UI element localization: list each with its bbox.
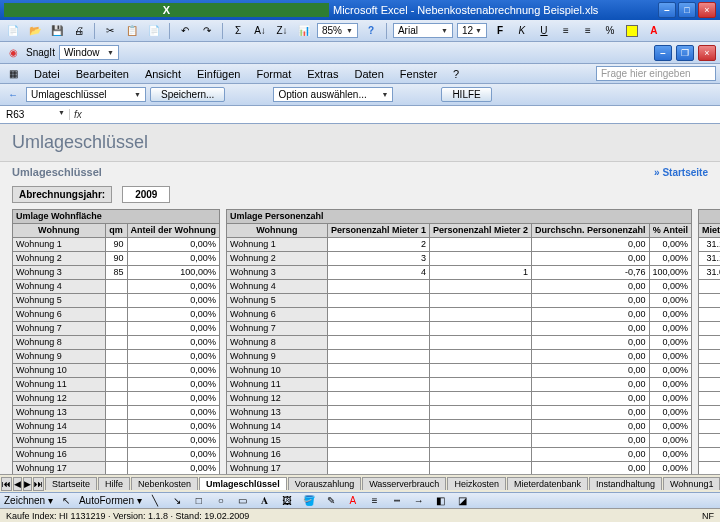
cell[interactable]: 0,00% bbox=[127, 252, 219, 266]
cell[interactable]: Wohnung 15 bbox=[226, 434, 327, 448]
cell[interactable]: Wohnung 2 bbox=[226, 252, 327, 266]
menu-format[interactable]: Format bbox=[252, 66, 295, 82]
cell[interactable]: 0,00 bbox=[532, 280, 650, 294]
cell[interactable]: Wohnung 8 bbox=[13, 336, 106, 350]
cell[interactable] bbox=[429, 322, 531, 336]
print-icon[interactable]: 🖨 bbox=[70, 22, 88, 40]
cell[interactable]: Wohnung 10 bbox=[13, 364, 106, 378]
cell[interactable] bbox=[327, 448, 429, 462]
cell[interactable] bbox=[105, 406, 127, 420]
tab-prev-icon[interactable]: ◀ bbox=[13, 477, 22, 491]
fontcolor-draw-icon[interactable]: A bbox=[344, 492, 362, 510]
menu-bearbeiten[interactable]: Bearbeiten bbox=[72, 66, 133, 82]
cell[interactable]: Wohnung 5 bbox=[13, 294, 106, 308]
fx-button[interactable]: fx bbox=[70, 109, 86, 120]
sheet-tab[interactable]: Vorauszahlung bbox=[288, 477, 362, 490]
startseite-link[interactable]: » Startseite bbox=[654, 167, 708, 178]
cell[interactable]: Wohnung 9 bbox=[13, 350, 106, 364]
cell[interactable] bbox=[699, 280, 720, 294]
redo-icon[interactable]: ↷ bbox=[198, 22, 216, 40]
cell[interactable]: Wohnung 2 bbox=[13, 252, 106, 266]
sheet-tab[interactable]: Wasserverbrauch bbox=[362, 477, 446, 490]
cell[interactable] bbox=[327, 392, 429, 406]
cell[interactable]: Wohnung 7 bbox=[13, 322, 106, 336]
close-button[interactable]: × bbox=[698, 2, 716, 18]
oval-icon[interactable]: ○ bbox=[212, 492, 230, 510]
cell[interactable] bbox=[105, 420, 127, 434]
select-icon[interactable]: ↖ bbox=[57, 492, 75, 510]
cell[interactable]: Wohnung 11 bbox=[226, 378, 327, 392]
cell[interactable] bbox=[327, 434, 429, 448]
dash-icon[interactable]: ┅ bbox=[388, 492, 406, 510]
cell[interactable]: 0,00% bbox=[127, 406, 219, 420]
cell[interactable]: 0,00% bbox=[649, 420, 692, 434]
cell[interactable]: Wohnung 10 bbox=[226, 364, 327, 378]
cell[interactable] bbox=[105, 308, 127, 322]
cell[interactable] bbox=[327, 406, 429, 420]
cell[interactable] bbox=[699, 350, 720, 364]
underline-icon[interactable]: U bbox=[535, 22, 553, 40]
cell[interactable]: 0,00 bbox=[532, 448, 650, 462]
cell[interactable]: -0,76 bbox=[532, 266, 650, 280]
menu-hilfe[interactable]: ? bbox=[449, 66, 463, 82]
clipart-icon[interactable]: 🖼 bbox=[278, 492, 296, 510]
cell[interactable] bbox=[327, 336, 429, 350]
cell[interactable] bbox=[429, 280, 531, 294]
cell[interactable]: 0,00% bbox=[649, 238, 692, 252]
cell[interactable]: 0,00% bbox=[127, 350, 219, 364]
cell[interactable] bbox=[105, 294, 127, 308]
cell[interactable]: Wohnung 5 bbox=[226, 294, 327, 308]
cut-icon[interactable]: ✂ bbox=[101, 22, 119, 40]
cell[interactable] bbox=[327, 294, 429, 308]
cell[interactable] bbox=[327, 350, 429, 364]
cell[interactable] bbox=[429, 364, 531, 378]
cell[interactable]: 0,00 bbox=[532, 364, 650, 378]
doc-restore-button[interactable]: ❐ bbox=[676, 45, 694, 61]
chart-icon[interactable]: 📊 bbox=[295, 22, 313, 40]
option-select[interactable]: Option auswählen...▼ bbox=[273, 87, 393, 102]
percent-icon[interactable]: % bbox=[601, 22, 619, 40]
cell[interactable]: Wohnung 3 bbox=[226, 266, 327, 280]
sheet-tab[interactable]: Heizkosten bbox=[447, 477, 506, 490]
menu-daten[interactable]: Daten bbox=[350, 66, 387, 82]
open-icon[interactable]: 📂 bbox=[26, 22, 44, 40]
cell[interactable] bbox=[699, 434, 720, 448]
cell[interactable]: 3 bbox=[327, 252, 429, 266]
copy-icon[interactable]: 📋 bbox=[123, 22, 141, 40]
sheet-tab[interactable]: Mieterdatenbank bbox=[507, 477, 588, 490]
menu-extras[interactable]: Extras bbox=[303, 66, 342, 82]
cell[interactable] bbox=[699, 294, 720, 308]
nav-back-icon[interactable]: ← bbox=[4, 86, 22, 104]
cell[interactable] bbox=[699, 336, 720, 350]
undo-icon[interactable]: ↶ bbox=[176, 22, 194, 40]
cell[interactable]: 0,00 bbox=[532, 308, 650, 322]
help-icon[interactable]: ? bbox=[362, 22, 380, 40]
year-value[interactable]: 2009 bbox=[122, 186, 170, 203]
cell[interactable]: 31.12.2008 bbox=[699, 252, 720, 266]
cell[interactable]: 31.12.2008 bbox=[699, 238, 720, 252]
italic-icon[interactable]: K bbox=[513, 22, 531, 40]
cell[interactable]: 0,00% bbox=[127, 364, 219, 378]
sheet-tab[interactable]: Umlageschlüssel bbox=[199, 477, 287, 490]
cell[interactable] bbox=[429, 252, 531, 266]
cell[interactable]: 0,00 bbox=[532, 378, 650, 392]
sheet-tab[interactable]: Wohnung1 bbox=[663, 477, 720, 490]
fontsize-select[interactable]: 12▼ bbox=[457, 23, 487, 38]
cell[interactable]: 100,00% bbox=[127, 266, 219, 280]
cell[interactable] bbox=[429, 308, 531, 322]
cell[interactable]: Wohnung 6 bbox=[226, 308, 327, 322]
textbox-icon[interactable]: ▭ bbox=[234, 492, 252, 510]
cell[interactable] bbox=[105, 378, 127, 392]
cell[interactable]: Wohnung 9 bbox=[226, 350, 327, 364]
cell[interactable]: Wohnung 6 bbox=[13, 308, 106, 322]
align-center-icon[interactable]: ≡ bbox=[579, 22, 597, 40]
align-left-icon[interactable]: ≡ bbox=[557, 22, 575, 40]
cell[interactable] bbox=[429, 350, 531, 364]
menu-ansicht[interactable]: Ansicht bbox=[141, 66, 185, 82]
cell[interactable]: 1 bbox=[429, 266, 531, 280]
linecolor-icon[interactable]: ✎ bbox=[322, 492, 340, 510]
doc-minimize-button[interactable]: ‒ bbox=[654, 45, 672, 61]
font-select[interactable]: Arial▼ bbox=[393, 23, 453, 38]
cell[interactable]: 0,00% bbox=[127, 308, 219, 322]
cell[interactable]: 0,00% bbox=[649, 350, 692, 364]
